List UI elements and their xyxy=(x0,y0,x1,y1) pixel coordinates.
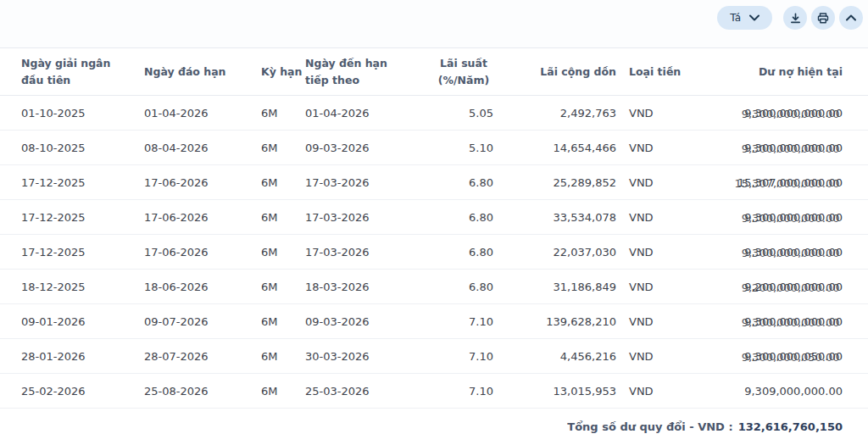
table-header-row: Ngày giải ngân đầu tiên Ngày đáo hạn Kỳ … xyxy=(0,48,868,96)
cell-currency: VND xyxy=(616,385,691,398)
cell-first-disbursement-date: 01-10-2025 xyxy=(21,107,144,120)
cell-accrued-interest: 25,289,852 xyxy=(497,176,616,189)
export-format-dropdown[interactable]: Tá xyxy=(717,6,772,30)
cell-next-due-date: 17-03-2026 xyxy=(305,176,431,189)
chevron-up-icon xyxy=(846,14,856,21)
cell-term: 6M xyxy=(261,211,305,224)
cell-term: 6M xyxy=(261,107,305,120)
cell-first-disbursement-date: 17-12-2025 xyxy=(21,211,144,224)
table-row[interactable]: 18-12-2025 18-06-2026 6M 18-03-2026 6.80… xyxy=(0,270,868,304)
cell-next-due-date: 17-03-2026 xyxy=(305,246,431,259)
cell-accrued-interest: 22,037,030 xyxy=(497,246,616,259)
balance-value: 9,300,000,000.00 xyxy=(744,107,843,120)
cell-accrued-interest: 2,492,763 xyxy=(497,107,616,120)
cell-maturity-date: 17-06-2026 xyxy=(144,211,261,224)
cell-maturity-date: 17-06-2026 xyxy=(144,176,261,189)
cell-currency: VND xyxy=(616,246,691,259)
column-header-current-balance: Dư nợ hiện tại xyxy=(691,64,843,80)
table-row[interactable]: 01-10-2025 01-04-2026 6M 01-04-2026 5.05… xyxy=(0,96,868,131)
download-button[interactable] xyxy=(783,6,807,30)
cell-interest-rate: 7.10 xyxy=(431,385,497,398)
table-body: 01-10-2025 01-04-2026 6M 01-04-2026 5.05… xyxy=(0,96,868,409)
cell-maturity-date: 18-06-2026 xyxy=(144,281,261,293)
print-button[interactable] xyxy=(811,6,835,30)
cell-next-due-date: 25-03-2026 xyxy=(305,385,431,398)
balance-value: 9,300,000,000.00 xyxy=(744,211,843,224)
cell-interest-rate: 5.05 xyxy=(431,107,497,120)
column-header-interest-rate: Lãi suất (%/Năm) xyxy=(431,55,497,88)
cell-first-disbursement-date: 28-01-2026 xyxy=(21,350,144,363)
balance-value: 9,309,000,000.00 xyxy=(744,385,843,398)
balance-value: 9,300,000,000.00 xyxy=(744,142,843,154)
cell-term: 6M xyxy=(261,350,305,363)
cell-next-due-date: 09-03-2026 xyxy=(305,315,431,328)
cell-currency: VND xyxy=(616,176,691,189)
cell-first-disbursement-date: 18-12-2025 xyxy=(21,281,144,293)
cell-next-due-date: 30-03-2026 xyxy=(305,350,431,363)
download-icon xyxy=(790,13,801,24)
table-row[interactable]: 28-01-2026 28-07-2026 6M 30-03-2026 7.10… xyxy=(0,339,868,374)
column-header-accrued-interest: Lãi cộng dồn xyxy=(497,64,616,80)
table-footer: Tổng số dư quy đổi - VND : 132,616,760,1… xyxy=(0,409,868,433)
cell-first-disbursement-date: 17-12-2025 xyxy=(21,246,144,259)
cell-accrued-interest: 31,186,849 xyxy=(497,281,616,293)
cell-accrued-interest: 13,015,953 xyxy=(497,385,616,398)
table-row[interactable]: 17-12-2025 17-06-2026 6M 17-03-2026 6.80… xyxy=(0,165,868,200)
balance-value: 9,300,000,000.00 xyxy=(744,315,843,328)
table-row[interactable]: 17-12-2025 17-06-2026 6M 17-03-2026 6.80… xyxy=(0,235,868,270)
cell-term: 6M xyxy=(261,281,305,293)
cell-term: 6M xyxy=(261,176,305,189)
cell-maturity-date: 08-04-2026 xyxy=(144,142,261,154)
cell-currency: VND xyxy=(616,107,691,120)
cell-currency: VND xyxy=(616,211,691,224)
cell-first-disbursement-date: 09-01-2026 xyxy=(21,315,144,328)
cell-currency: VND xyxy=(616,315,691,328)
table-row[interactable]: 17-12-2025 17-06-2026 6M 17-03-2026 6.80… xyxy=(0,200,868,235)
cell-current-balance: 9,300,000,000.00 9,300,000,000.00 xyxy=(691,211,843,224)
cell-accrued-interest: 4,456,216 xyxy=(497,350,616,363)
toolbar: Tá xyxy=(0,0,868,48)
cell-maturity-date: 28-07-2026 xyxy=(144,350,261,363)
column-header-next-due-date: Ngày đến hạn tiếp theo xyxy=(305,55,431,88)
table-row[interactable]: 25-02-2026 25-08-2026 6M 25-03-2026 7.10… xyxy=(0,374,868,409)
cell-interest-rate: 6.80 xyxy=(431,281,497,293)
printer-icon xyxy=(817,13,829,24)
loan-table: Ngày giải ngân đầu tiên Ngày đáo hạn Kỳ … xyxy=(0,48,868,409)
cell-currency: VND xyxy=(616,281,691,293)
total-label: Tổng số dư quy đổi - VND : xyxy=(567,420,732,433)
cell-interest-rate: 6.80 xyxy=(431,176,497,189)
cell-term: 6M xyxy=(261,315,305,328)
cell-interest-rate: 7.10 xyxy=(431,315,497,328)
cell-next-due-date: 18-03-2026 xyxy=(305,281,431,293)
cell-maturity-date: 09-07-2026 xyxy=(144,315,261,328)
collapse-button[interactable] xyxy=(839,6,863,30)
cell-maturity-date: 17-06-2026 xyxy=(144,246,261,259)
balance-value: 9,300,000,050.00 xyxy=(744,350,843,363)
cell-maturity-date: 01-04-2026 xyxy=(144,107,261,120)
cell-first-disbursement-date: 08-10-2025 xyxy=(21,142,144,154)
cell-current-balance: 15,307,000,000.00 15,307,000,000.00 xyxy=(691,176,843,189)
cell-maturity-date: 25-08-2026 xyxy=(144,385,261,398)
table-row[interactable]: 08-10-2025 08-04-2026 6M 09-03-2026 5.10… xyxy=(0,131,868,165)
cell-currency: VND xyxy=(616,142,691,154)
column-header-first-disbursement-date: Ngày giải ngân đầu tiên xyxy=(21,55,144,88)
cell-term: 6M xyxy=(261,385,305,398)
balance-value: 9,300,000,000.00 xyxy=(744,246,843,259)
cell-term: 6M xyxy=(261,246,305,259)
cell-next-due-date: 09-03-2026 xyxy=(305,142,431,154)
cell-term: 6M xyxy=(261,142,305,154)
cell-current-balance: 9,300,000,000.00 9,300,000,000.00 xyxy=(691,107,843,120)
cell-current-balance: 9,300,000,050.00 9,300,000,050.00 xyxy=(691,350,843,363)
cell-current-balance: 9,300,000,000.00 9,300,000,000.00 xyxy=(691,315,843,328)
cell-next-due-date: 01-04-2026 xyxy=(305,107,431,120)
total-value: 132,616,760,150 xyxy=(738,420,843,433)
cell-next-due-date: 17-03-2026 xyxy=(305,211,431,224)
cell-current-balance: 9,300,000,000.00 9,300,000,000.00 xyxy=(691,142,843,154)
cell-interest-rate: 7.10 xyxy=(431,350,497,363)
cell-currency: VND xyxy=(616,350,691,363)
column-header-currency: Loại tiền xyxy=(616,64,691,80)
cell-accrued-interest: 33,534,078 xyxy=(497,211,616,224)
cell-current-balance: 9,200,000,000.00 9,200,000,000.00 xyxy=(691,281,843,293)
table-row[interactable]: 09-01-2026 09-07-2026 6M 09-03-2026 7.10… xyxy=(0,304,868,339)
chevron-down-icon xyxy=(749,14,760,21)
